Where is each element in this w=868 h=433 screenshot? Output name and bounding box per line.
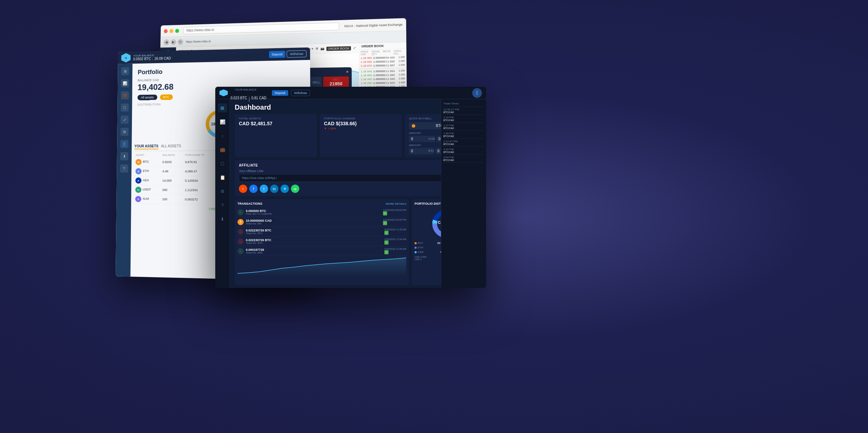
trans-icon-3: ↓	[237, 229, 244, 235]
expand-dot[interactable]	[175, 29, 179, 33]
buy-amount-input[interactable]	[409, 136, 426, 142]
eth-legend-label: ETH	[418, 246, 423, 249]
trans-meta-3: 9/26/2020 11:35 AM ✓	[384, 228, 406, 235]
time-2: 1:10 PM	[443, 116, 484, 119]
tab-your-assets[interactable]: YOUR ASSETS	[134, 144, 158, 150]
nav-icon-settings[interactable]: ⚙	[120, 128, 128, 136]
nav-icon-share2[interactable]: ⤢	[120, 116, 128, 124]
buy-currency: CAD	[426, 137, 435, 141]
toggle-btc[interactable]: BTC	[160, 94, 173, 100]
trade-info-1: BTC/CAD	[443, 111, 484, 113]
forward-arrow[interactable]: ▶	[170, 39, 176, 45]
refresh-arrow[interactable]: ↻	[177, 39, 183, 45]
total-assets-label: TOTAL ASSETS	[239, 117, 313, 120]
twitter-icon[interactable]: t	[260, 185, 268, 193]
withdraw-btn[interactable]: Withdraw	[287, 50, 307, 58]
nav-help[interactable]: ?	[218, 201, 227, 210]
more-details-link[interactable]: MORE DETAILS	[386, 202, 406, 205]
nav-icon-user[interactable]: 👤	[120, 140, 128, 148]
nav-icon-wallet[interactable]: 💼	[121, 91, 129, 100]
balance-values: 0.0502 BTC | 26.08 CAD	[133, 57, 171, 61]
trans-detail-2: Ticket No: 566	[246, 222, 381, 225]
reddit-icon[interactable]: r	[239, 185, 247, 193]
order-book-btn[interactable]: ORDER BOOK	[326, 46, 351, 51]
trans-amount-1: 0.050000 BTC	[246, 209, 381, 213]
dash-withdraw-btn[interactable]: Withdraw	[291, 90, 310, 96]
purchase-eth: 4,089.47	[184, 167, 217, 176]
nav-icon-chart[interactable]: 📊	[121, 79, 129, 87]
eth-legend-dot	[415, 247, 417, 249]
deposit-btn[interactable]: Deposit	[269, 51, 285, 58]
ob-col-price: PRICE CAD	[361, 50, 372, 56]
nav-portfolio[interactable]: 📊	[218, 117, 227, 126]
url-bar[interactable]: https://www.ndax.io	[183, 22, 339, 34]
balance-sep: |	[152, 57, 153, 60]
ob-col-delta: DELTA	[383, 50, 394, 55]
ob-headers: PRICE CAD INITIAL QTY DELTA OPEN FILL	[359, 49, 407, 56]
trans-detail-5: Ticket No: 3561	[246, 252, 382, 254]
trans-date-1: 12/16/2020 05:03 PM	[383, 209, 406, 211]
time-entry-2: 1:10 PM BTC/CAD	[443, 115, 484, 123]
col-purchase: PURCHASE PX	[184, 152, 217, 158]
telegram-icon[interactable]: ✈	[281, 185, 289, 193]
toggle-all-assets[interactable]: All assets	[137, 95, 157, 100]
nav-settings[interactable]: ⚙	[218, 187, 227, 196]
linkedin-icon[interactable]: in	[270, 185, 278, 193]
trans-icon-5: ↑	[237, 248, 244, 254]
dash-user-avatar[interactable]: 👤	[472, 88, 482, 98]
nav-affiliate[interactable]: ⬡	[218, 159, 227, 168]
fullscreen-icon[interactable]: ⤢	[353, 46, 356, 50]
nav-trade[interactable]: ↕	[218, 131, 227, 140]
col-balance: BALANCE	[161, 152, 184, 158]
portfolio-actions: Deposit Withdraw	[269, 50, 307, 58]
cad-legend-label: CAD	[418, 251, 424, 254]
whatsapp-icon[interactable]: w	[291, 185, 299, 193]
nav-icon-download[interactable]: ⬇	[120, 152, 128, 161]
nav-reports[interactable]: 📋	[218, 173, 227, 182]
dash-deposit-btn[interactable]: Deposit	[272, 90, 288, 96]
trans-meta-4: 9/28/2020 11:54 AM ✓	[384, 238, 406, 245]
portfolio-change-sub: ▼ -1.96%	[324, 127, 398, 130]
trans-info-2: 10.00000000 CAD Ticket No: 566	[246, 219, 381, 225]
balance-btc: 0.0502 BTC	[133, 57, 151, 61]
trans-amount-5: 0.000197728	[246, 248, 382, 252]
nav-dashboard[interactable]: ⊞	[218, 103, 227, 112]
dash-ndax-logo	[219, 90, 228, 96]
balance-cad: 26.08 CAD	[155, 57, 171, 61]
nav-logout[interactable]: ⬇	[218, 214, 227, 223]
tab-all-assets[interactable]: ALL ASSETS	[161, 144, 181, 149]
purchase-btc: 9,876.81	[184, 158, 217, 167]
dash-nav: ⊞ 📊 ↕ 💼 ⬡ 📋 ⚙ ? ⬇	[215, 99, 230, 288]
btc-legend-dot	[415, 242, 417, 244]
trade-info-4: BTC/CAD	[443, 135, 484, 137]
ob-col-qty: INITIAL QTY	[372, 50, 383, 56]
trans-date-2: 12/16/2020 04:05 PM	[383, 219, 406, 221]
close-dot[interactable]	[164, 29, 168, 33]
sell-btc-input[interactable]	[409, 148, 426, 154]
time-5: 2:12 47 PM	[443, 140, 484, 143]
btc-legend-label: BTC	[418, 241, 423, 245]
portfolio-change-card: PORTFOLIO CHANGE CAD $(338.66) ▼ -1.96%	[320, 114, 402, 157]
screenshot-icon[interactable]: 📷	[320, 46, 324, 51]
spread-box: SELL	[310, 77, 322, 88]
nav-icon-grid[interactable]: ⊞	[121, 67, 129, 75]
aff-link-box[interactable]: https://one.ndax.io/bRpLi	[239, 174, 460, 182]
purchase-usdt: 1.112341	[184, 185, 217, 195]
trans-item-2: ₿ 10.00000000 CAD Ticket No: 566 12/16/2…	[237, 217, 406, 227]
balance-eth: 4.48	[161, 167, 184, 176]
trans-info-5: 0.000197728 Ticket No: 3561	[246, 248, 382, 254]
widget-close[interactable]: ✕	[346, 70, 349, 74]
time-6: 2:42 PM	[443, 148, 484, 151]
minimize-dot[interactable]	[169, 29, 173, 33]
facebook-icon[interactable]: f	[249, 185, 258, 193]
nav-icon-question[interactable]: ?	[120, 164, 128, 173]
nav-icon-share[interactable]: ⬡	[121, 103, 129, 112]
ndax-logo: N	[121, 53, 131, 63]
portfolio-nav: ⊞ 📊 💼 ⬡ ⤢ ⚙ 👤 ⬇ ?	[116, 64, 133, 277]
back-arrow[interactable]: ◀	[164, 39, 169, 45]
trans-status-3: ✓	[384, 231, 389, 235]
btc-dot	[412, 124, 415, 128]
trade-info-6: BTC/CAD	[443, 151, 484, 153]
nav-wallet[interactable]: 💼	[218, 145, 227, 154]
settings-icon[interactable]: ⚙	[316, 47, 318, 51]
